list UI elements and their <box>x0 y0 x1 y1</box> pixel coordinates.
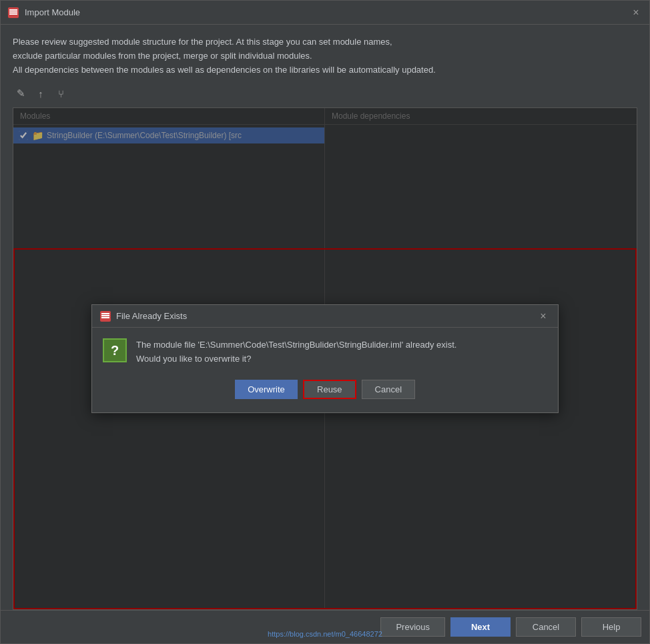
main-window: Import Module × Please review suggested … <box>0 0 650 644</box>
split-button[interactable]: ⑂ <box>53 86 69 101</box>
svg-rect-5 <box>101 315 109 316</box>
previous-button[interactable]: Previous <box>380 617 445 637</box>
overwrite-button[interactable]: Overwrite <box>235 380 298 399</box>
footer: Previous Next Cancel Help https://blog.c… <box>1 610 649 643</box>
window-title: Import Module <box>25 7 629 17</box>
content-area: Please review suggested module structure… <box>1 25 649 610</box>
window-icon <box>7 7 19 19</box>
desc-line2: exclude particular modules from the proj… <box>13 49 637 63</box>
dialog-close-button[interactable]: × <box>537 310 550 323</box>
move-up-button[interactable]: ↑ <box>33 86 49 101</box>
dialog-body: ? The module file 'E:\Summer\Code\Test\S… <box>92 328 558 412</box>
question-icon: ? <box>103 338 127 362</box>
dialog-buttons: Overwrite Reuse Cancel <box>103 380 547 399</box>
desc-line3: All dependencies between the modules as … <box>13 63 637 77</box>
file-already-exists-dialog: File Already Exists × ? The module file … <box>91 304 559 413</box>
toolbar: ✎ ↑ ⑂ <box>13 86 637 101</box>
dialog-backdrop: File Already Exists × ? The module file … <box>13 108 637 609</box>
svg-rect-6 <box>101 317 109 318</box>
dialog-message-line2: Would you like to overwrite it? <box>136 352 456 366</box>
dialog-titlebar: File Already Exists × <box>92 305 558 328</box>
edit-button[interactable]: ✎ <box>13 86 29 101</box>
window-close-button[interactable]: × <box>629 6 643 19</box>
reuse-button[interactable]: Reuse <box>303 380 356 399</box>
desc-line1: Please review suggested module structure… <box>13 35 637 49</box>
svg-rect-1 <box>9 11 17 13</box>
dialog-cancel-button[interactable]: Cancel <box>362 380 415 399</box>
svg-rect-2 <box>9 13 17 15</box>
dialog-message-text: The module file 'E:\Summer\Code\Test\Str… <box>136 338 456 366</box>
footer-url[interactable]: https://blog.csdn.net/m0_46648272 <box>268 630 382 638</box>
svg-rect-7 <box>101 313 109 314</box>
help-button[interactable]: Help <box>581 617 641 637</box>
svg-rect-3 <box>9 9 17 11</box>
dialog-message-line1: The module file 'E:\Summer\Code\Test\Str… <box>136 338 456 352</box>
dialog-icon <box>100 311 111 322</box>
description-text: Please review suggested module structure… <box>13 35 637 77</box>
next-button[interactable]: Next <box>450 617 511 637</box>
dialog-title: File Already Exists <box>116 311 537 321</box>
cancel-button[interactable]: Cancel <box>516 617 576 637</box>
dialog-message-row: ? The module file 'E:\Summer\Code\Test\S… <box>103 338 547 366</box>
title-bar: Import Module × <box>1 1 649 25</box>
panels-container: Modules 📁 StringBuilder (E:\Summer\Code\… <box>13 107 637 610</box>
